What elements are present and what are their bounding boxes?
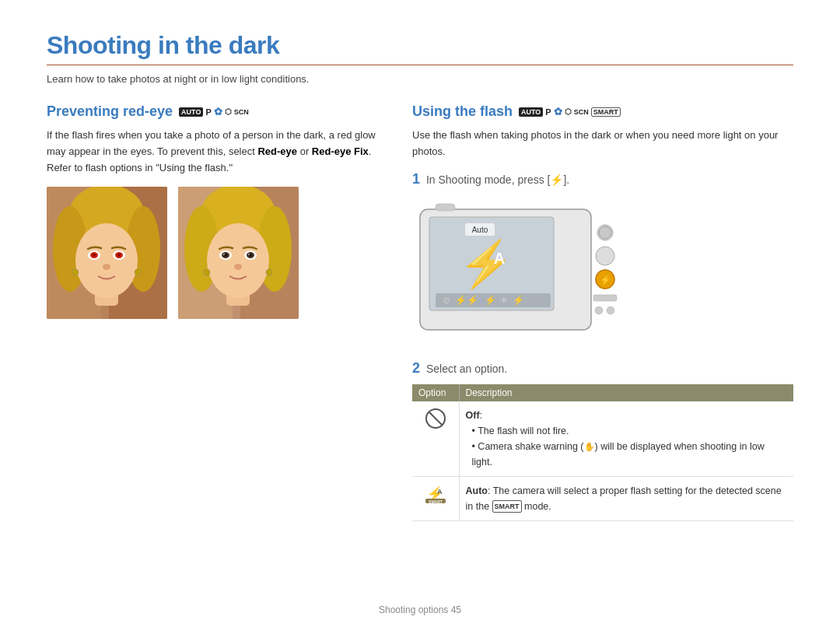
svg-text:⚡↕: ⚡↕ — [467, 294, 483, 306]
main-content: Preventing red-eye AUTO P ✿ ⬡ SCN If the… — [47, 103, 793, 521]
svg-text:A: A — [494, 250, 505, 267]
svg-point-13 — [117, 254, 121, 257]
svg-rect-56 — [593, 295, 617, 301]
badge-scene: ⬡ — [225, 107, 232, 116]
table-row: ⚡ A SMART Auto: The camera will select a… — [412, 476, 793, 520]
step2-label: 2 Select an option. — [412, 360, 793, 377]
table-icon-off — [412, 401, 459, 477]
page-title: Shooting in the dark — [47, 31, 793, 60]
left-title-text: Preventing red-eye — [47, 103, 173, 120]
table-header-description: Description — [459, 384, 793, 401]
svg-text:⊘: ⊘ — [443, 295, 450, 306]
svg-point-7 — [75, 223, 138, 298]
right-badge-scene: ⬡ — [565, 107, 572, 116]
svg-point-57 — [595, 306, 603, 314]
badge-auto: AUTO — [179, 107, 203, 117]
svg-point-34 — [204, 269, 210, 275]
photo-after — [178, 187, 299, 319]
left-section-text: If the flash fires when you take a photo… — [47, 128, 381, 176]
svg-point-28 — [223, 254, 225, 255]
options-table: Option Description Off: — [412, 384, 793, 521]
badge-p: P — [205, 107, 211, 117]
photo-row — [47, 187, 381, 319]
right-mode-badges: AUTO P ✿ ⬡ SCN SMART — [519, 106, 621, 117]
camera-illustration: ⚡ A Auto ⊘ ⚡ ⚡↕ ⚡ 👁 ⚡ — [412, 194, 793, 348]
step1-text: In Shooting mode, press [⚡]. — [426, 173, 569, 186]
left-section-title: Preventing red-eye AUTO P ✿ ⬡ SCN — [47, 103, 381, 120]
table-desc-auto: Auto: The camera will select a proper fl… — [459, 476, 793, 520]
svg-point-51 — [596, 247, 614, 265]
svg-text:Auto: Auto — [472, 226, 488, 234]
badge-scn: SCN — [234, 108, 249, 116]
step2-text: Select an option. — [426, 363, 507, 375]
smart-badge-inline: SMART — [492, 500, 522, 513]
svg-point-32 — [248, 254, 250, 255]
page-subtitle: Learn how to take photos at night or in … — [47, 73, 793, 85]
right-badge-auto: AUTO — [519, 107, 543, 117]
table-icon-auto: ⚡ A SMART — [412, 476, 459, 520]
right-badge-p: P — [545, 107, 551, 117]
right-intro: Use the flash when taking photos in the … — [412, 128, 793, 160]
svg-text:A: A — [437, 488, 443, 496]
svg-line-61 — [429, 412, 442, 425]
right-badge-smart: SMART — [591, 107, 621, 117]
svg-text:⚡: ⚡ — [485, 294, 496, 306]
left-column: Preventing red-eye AUTO P ✿ ⬡ SCN If the… — [47, 103, 381, 521]
step2-number: 2 — [412, 360, 420, 376]
svg-rect-59 — [436, 204, 455, 211]
svg-point-35 — [266, 269, 272, 275]
svg-text:⚡: ⚡ — [600, 274, 611, 285]
svg-point-15 — [72, 269, 79, 275]
table-desc-off: Off: The flash will not fire. Camera sha… — [459, 401, 793, 477]
svg-point-53 — [599, 226, 611, 239]
right-column: Using the flash AUTO P ✿ ⬡ SCN SMART Use… — [412, 103, 793, 521]
left-mode-badges: AUTO P ✿ ⬡ SCN — [179, 106, 249, 117]
svg-text:👁: 👁 — [499, 295, 509, 306]
table-row: Off: The flash will not fire. Camera sha… — [412, 401, 793, 477]
svg-text:⚡: ⚡ — [455, 294, 467, 306]
svg-point-33 — [234, 264, 242, 270]
svg-point-16 — [135, 269, 141, 275]
svg-text:SMART: SMART — [429, 499, 443, 504]
table-header-option: Option — [412, 384, 459, 401]
badge-flower: ✿ — [214, 106, 222, 117]
right-badge-flower: ✿ — [554, 106, 562, 117]
photo-before — [47, 187, 167, 319]
svg-point-58 — [607, 306, 614, 314]
svg-point-24 — [207, 223, 269, 298]
step1-label: 1 In Shooting mode, press [⚡]. — [412, 171, 793, 187]
title-rule — [47, 65, 793, 65]
right-title-text: Using the flash — [412, 103, 513, 120]
step1-number: 1 — [412, 171, 420, 187]
svg-text:⚡: ⚡ — [458, 237, 515, 291]
right-section-title: Using the flash AUTO P ✿ ⬡ SCN SMART — [412, 103, 793, 120]
svg-point-10 — [93, 254, 96, 257]
svg-text:⚡: ⚡ — [513, 294, 524, 306]
svg-point-14 — [103, 264, 110, 270]
footer: Shooting options 45 — [0, 604, 840, 615]
right-badge-scn: SCN — [574, 108, 589, 116]
